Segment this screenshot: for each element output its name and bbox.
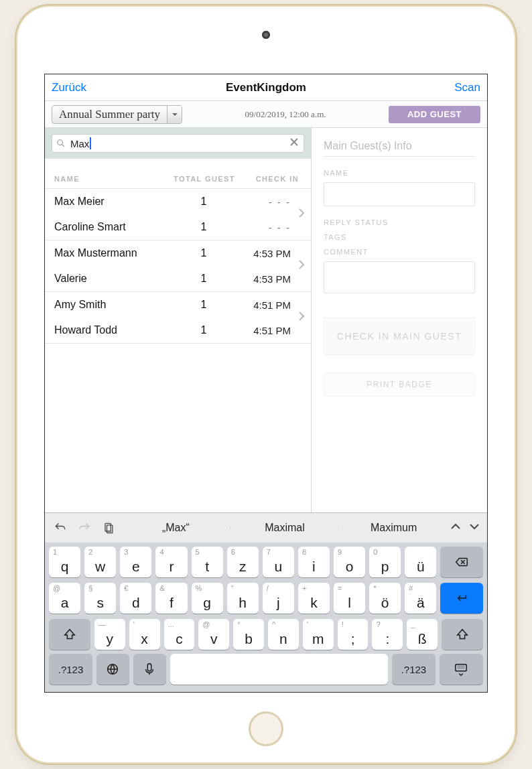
detail-name-label: NAME	[324, 169, 475, 177]
guest-total: 1	[177, 273, 230, 285]
svg-point-0	[58, 140, 63, 145]
keyboard-key[interactable]: +k	[298, 583, 330, 614]
keyboard-key[interactable]: @v	[198, 619, 229, 650]
keyboard-key[interactable]: &f	[155, 583, 187, 614]
table-row[interactable]: Amy Smith14:51 PM	[45, 292, 291, 318]
shift-key-icon[interactable]	[442, 619, 483, 650]
keyboard-suggestion-bar: „Max“ Maximal Maximum	[45, 513, 487, 543]
keyboard-key[interactable]: ^n	[268, 619, 299, 650]
svg-rect-5	[107, 525, 113, 533]
event-timestamp: 09/02/2019, 12:00 a.m.	[188, 109, 383, 120]
keyboard-key[interactable]: 7u	[263, 547, 294, 577]
keyboard-key[interactable]: §s	[84, 583, 116, 614]
keyboard-key[interactable]: #ä	[405, 583, 436, 614]
shift-key-icon[interactable]	[49, 619, 90, 650]
ipad-camera	[262, 31, 270, 39]
event-selector-label: Annual Summer party	[52, 108, 167, 121]
undo-icon[interactable]	[49, 516, 72, 539]
keyboard-suggestion[interactable]: „Max“	[121, 522, 230, 534]
detail-name-input[interactable]	[324, 182, 475, 206]
keyboard-key[interactable]: 1q	[49, 547, 80, 577]
keyboard-key[interactable]: =l	[334, 583, 365, 614]
keyboard-collapse-down-icon[interactable]	[468, 520, 480, 535]
keyboard-key[interactable]: 5t	[192, 547, 223, 577]
chevron-right-icon	[297, 207, 306, 222]
guest-list-panel: Max NAME TOTAL GUEST CHECK IN Max Meier1…	[45, 128, 312, 512]
clipboard-icon[interactable]	[97, 516, 120, 539]
guest-detail-panel: Main Guest(s) Info NAME REPLY STATUS TAG…	[312, 128, 487, 512]
keyboard-key[interactable]: 4r	[155, 547, 187, 577]
keyboard-key[interactable]: —y	[94, 619, 125, 650]
search-input[interactable]: Max	[52, 134, 304, 153]
keyboard-symbols-key[interactable]: .?123	[49, 654, 92, 685]
clear-search-button[interactable]	[289, 137, 300, 150]
table-row[interactable]: Max Mustermann14:53 PM	[45, 240, 291, 266]
keyboard-key[interactable]: ü	[405, 547, 436, 577]
guest-group[interactable]: Max Meier1- - -Caroline Smart1- - -	[45, 188, 311, 240]
keyboard-key[interactable]: °b	[233, 619, 264, 650]
table-row[interactable]: Valerie14:53 PM	[45, 266, 291, 291]
keyboard-key[interactable]: @a	[49, 583, 80, 614]
table-row[interactable]: Max Meier1- - -	[45, 189, 291, 214]
backspace-icon[interactable]	[440, 547, 483, 577]
search-input-value: Max	[70, 137, 284, 149]
guest-name: Howard Todd	[54, 324, 177, 336]
keyboard-key[interactable]: 'x	[129, 619, 160, 650]
keyboard-collapse-up-icon[interactable]	[450, 520, 462, 535]
mic-icon[interactable]	[133, 654, 166, 685]
guest-total: 1	[177, 324, 230, 336]
add-guest-button[interactable]: ADD GUEST	[389, 106, 480, 123]
keyboard-key[interactable]: 2w	[84, 547, 116, 577]
sub-toolbar: Annual Summer party 09/02/2019, 12:00 a.…	[45, 101, 487, 128]
keyboard-key[interactable]: _ß	[407, 619, 438, 650]
keyboard-key[interactable]: ...c	[164, 619, 195, 650]
ipad-home-button[interactable]	[249, 711, 283, 746]
table-row[interactable]: Caroline Smart1- - -	[45, 214, 291, 240]
event-selector[interactable]: Annual Summer party	[52, 105, 182, 124]
keyboard-key[interactable]: !;	[338, 619, 369, 650]
scan-button[interactable]: Scan	[427, 81, 480, 94]
keyboard-symbols-key-right[interactable]: .?123	[392, 654, 436, 685]
globe-icon[interactable]	[96, 654, 129, 685]
keyboard-key[interactable]: 8i	[298, 547, 330, 577]
keyboard-key[interactable]: "h	[227, 583, 259, 614]
keyboard-key[interactable]: 'm	[303, 619, 334, 650]
guest-checkin: 4:51 PM	[230, 299, 291, 311]
print-badge-button[interactable]: PRINT BADGE	[324, 372, 475, 397]
keyboard-space-key[interactable]	[170, 654, 388, 685]
navbar: Zurück EventKingdom Scan	[45, 74, 487, 101]
app-title: EventKingdom	[105, 81, 427, 94]
col-name: NAME	[54, 175, 168, 183]
redo-icon	[73, 516, 96, 539]
keyboard-key[interactable]: 9o	[334, 547, 365, 577]
keyboard-suggestion[interactable]: Maximal	[230, 522, 340, 534]
return-key-icon[interactable]	[440, 583, 483, 614]
check-in-main-guest-button[interactable]: CHECK IN MAIN GUEST	[324, 318, 475, 355]
guest-name: Valerie	[54, 273, 177, 285]
svg-rect-10	[456, 665, 467, 671]
chevron-right-icon	[297, 310, 306, 325]
detail-comment-input[interactable]	[324, 261, 475, 293]
keyboard-key[interactable]: €d	[120, 583, 151, 614]
col-total: TOTAL GUEST	[168, 175, 241, 183]
keyboard-suggestion[interactable]: Maximum	[339, 522, 448, 534]
guest-group[interactable]: Amy Smith14:51 PMHoward Todd14:51 PM	[45, 291, 311, 344]
keyboard-key[interactable]: /j	[263, 583, 294, 614]
guest-checkin: - - -	[230, 196, 291, 208]
back-button[interactable]: Zurück	[52, 81, 105, 94]
keyboard-key[interactable]: *ö	[369, 583, 401, 614]
guest-total: 1	[177, 196, 230, 208]
keyboard-key[interactable]: %g	[192, 583, 223, 614]
search-icon	[56, 139, 66, 148]
keyboard-key[interactable]: 6z	[227, 547, 259, 577]
guest-group[interactable]: Max Mustermann14:53 PMValerie14:53 PM	[45, 240, 311, 292]
guest-checkin: 4:53 PM	[230, 273, 291, 285]
table-row[interactable]: Howard Todd14:51 PM	[45, 318, 291, 343]
guest-table-header: NAME TOTAL GUEST CHECK IN	[45, 159, 311, 188]
keyboard-key[interactable]: 0p	[369, 547, 401, 577]
guest-total: 1	[177, 299, 230, 311]
keyboard-dismiss-icon[interactable]	[440, 654, 483, 685]
keyboard-key[interactable]: ?:	[372, 619, 403, 650]
guest-table-body: Max Meier1- - -Caroline Smart1- - -Max M…	[45, 188, 311, 343]
keyboard-key[interactable]: 3e	[120, 547, 151, 577]
